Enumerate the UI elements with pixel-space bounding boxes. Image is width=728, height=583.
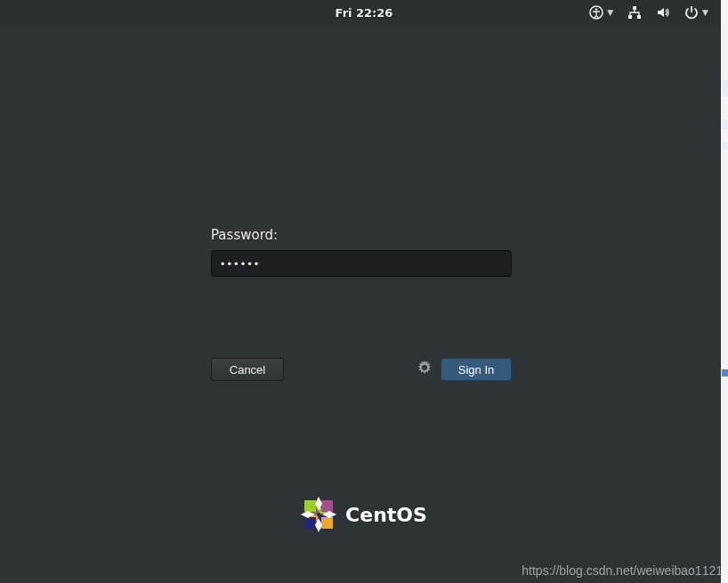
svg-rect-11	[321, 500, 333, 512]
chevron-down-icon: ▼	[607, 8, 613, 17]
svg-rect-13	[321, 517, 333, 529]
os-branding: CentOS	[0, 497, 728, 532]
cancel-button[interactable]: Cancel	[211, 358, 284, 381]
signin-group: Sign In	[417, 358, 512, 381]
power-icon	[684, 5, 699, 20]
login-buttons: Cancel Sign In	[211, 358, 512, 381]
gear-icon	[417, 360, 432, 375]
top-bar: Fri 22:26 ▼ ▼	[0, 0, 728, 25]
password-label: Password:	[211, 227, 514, 243]
svg-rect-12	[304, 517, 316, 529]
watermark-text: https://blog.csdn.net/weiweibao1121	[522, 563, 723, 578]
window-edge	[721, 0, 728, 583]
svg-rect-10	[304, 500, 316, 512]
volume-icon	[656, 5, 670, 20]
svg-rect-3	[628, 15, 632, 19]
svg-rect-4	[637, 15, 641, 19]
volume-indicator[interactable]	[656, 5, 670, 20]
chevron-down-icon: ▼	[702, 8, 708, 17]
svg-rect-2	[633, 6, 636, 10]
svg-point-5	[423, 366, 426, 369]
signin-button[interactable]: Sign In	[441, 358, 512, 381]
power-menu[interactable]: ▼	[684, 5, 708, 20]
clock[interactable]: Fri 22:26	[336, 6, 393, 20]
centos-logo-icon	[301, 497, 336, 532]
network-indicator[interactable]	[627, 5, 642, 20]
login-form: Password:	[211, 227, 514, 277]
system-tray: ▼ ▼	[589, 0, 708, 25]
accessibility-menu[interactable]: ▼	[589, 5, 613, 20]
password-input[interactable]	[211, 250, 512, 277]
svg-point-1	[595, 8, 598, 11]
session-options-button[interactable]	[417, 360, 432, 378]
accessibility-icon	[589, 5, 603, 20]
network-icon	[627, 5, 642, 20]
os-name: CentOS	[345, 504, 427, 526]
